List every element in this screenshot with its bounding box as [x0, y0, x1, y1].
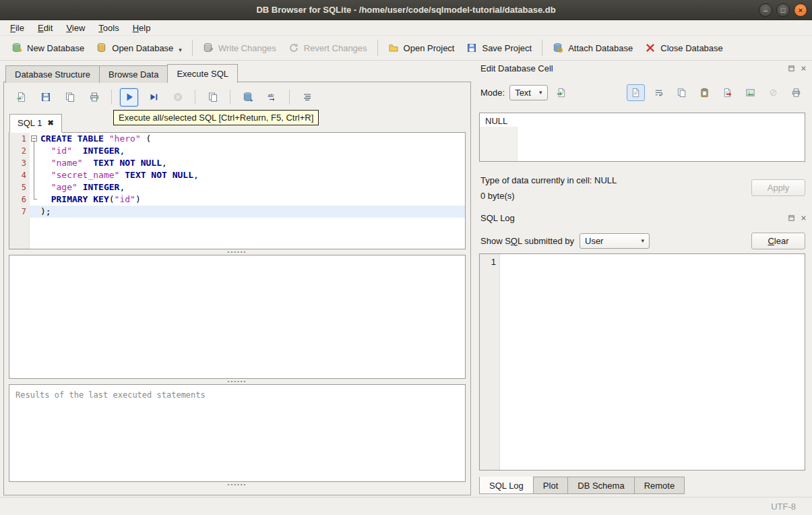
code-line[interactable]: "name" TEXT NOT NULL, [39, 157, 465, 169]
new-database-button[interactable]: New Database [5, 39, 90, 57]
revert-changes-button: Revert Changes [282, 39, 373, 57]
execute-all-button[interactable] [120, 88, 138, 107]
toolbar-button-label: Save Project [482, 43, 532, 53]
code-line[interactable]: "id" INTEGER, [39, 145, 465, 157]
open-project-button[interactable]: Open Project [382, 39, 461, 57]
menu-help[interactable]: Help [126, 22, 158, 34]
sql-doc-tab-label: SQL 1 [18, 118, 42, 128]
revert-changes-icon [288, 42, 299, 53]
code-line[interactable]: ); [39, 206, 465, 218]
line-number: 4 [9, 169, 30, 181]
sql-log-view[interactable]: 1 [479, 253, 805, 471]
results-grid-pane [9, 255, 466, 379]
export-sql-button[interactable] [61, 88, 79, 107]
submitter-combobox[interactable]: User ▾ [580, 233, 650, 249]
sql-log-dock-icons [787, 214, 808, 222]
tab-database-structure[interactable]: Database Structure [5, 65, 100, 83]
dock-tab-db-schema[interactable]: DB Schema [567, 477, 634, 494]
write-changes-button: Write Changes [197, 39, 282, 57]
cell-type-info: Type of data currently in cell: NULL [480, 175, 617, 185]
svg-text:ab: ab [268, 92, 273, 98]
minimize-button[interactable]: – [759, 3, 772, 17]
toolbar-button-label: New Database [27, 43, 84, 53]
mode-label: Mode: [480, 88, 505, 98]
print-cell-button[interactable] [787, 84, 805, 101]
tab-execute-sql[interactable]: Execute SQL [167, 64, 238, 83]
copy-cell-icon [677, 88, 687, 98]
mode-combobox[interactable]: Text ▾ [509, 85, 547, 100]
close-database-icon [645, 42, 656, 53]
export-cell-button[interactable] [718, 84, 737, 101]
splitter-handle[interactable]: •••••• [4, 482, 470, 487]
menu-view[interactable]: View [59, 22, 92, 34]
results-placeholder: Results of the last executed statements [15, 390, 206, 400]
word-wrap-icon [654, 88, 664, 98]
save-results-button[interactable] [239, 88, 257, 107]
menu-tools[interactable]: Tools [92, 22, 125, 34]
dock-close-icon[interactable] [799, 64, 808, 73]
line-number: 2 [9, 145, 30, 157]
code-line[interactable]: PRIMARY KEY("id") [39, 193, 465, 206]
editor-line: 6 PRIMARY KEY("id") [9, 193, 465, 206]
save-sql-file-icon [40, 92, 51, 102]
sql-doc-tab[interactable]: SQL 1 ✖ [9, 114, 62, 133]
close-tab-icon[interactable]: ✖ [47, 119, 53, 127]
copy-cell-button[interactable] [673, 84, 691, 101]
dock-tab-plot[interactable]: Plot [533, 477, 568, 494]
close-database-button[interactable]: Close Database [639, 39, 729, 57]
splitter-handle[interactable]: •••••• [4, 249, 470, 255]
editor-line: 3 "name" TEXT NOT NULL, [9, 157, 465, 169]
sql-toolbar: ab [4, 82, 470, 109]
text-view-button[interactable] [627, 84, 645, 101]
set-null-button [764, 84, 782, 101]
window-title: DB Browser for SQLite - /home/user/code/… [0, 5, 812, 15]
code-line[interactable]: "secret_name" TEXT NOT NULL, [39, 169, 465, 181]
export-sql-icon [65, 92, 75, 102]
fold-margin [30, 206, 39, 218]
menu-edit[interactable]: Edit [31, 22, 59, 34]
toolbar-button-label: Open Database [112, 43, 173, 53]
execute-sql-panel: ab SQL 1 ✖ 1−CREATE TABLE "hero" (2 "id"… [3, 82, 471, 495]
find-replace-button[interactable]: ab [263, 88, 281, 107]
cell-value-editor[interactable]: NULL [479, 113, 805, 162]
fold-marker-icon[interactable]: − [31, 135, 37, 142]
filter-label: Show SQL submitted by [480, 236, 574, 246]
tab-browse-data[interactable]: Browse Data [99, 65, 168, 83]
save-project-button[interactable]: Save Project [460, 39, 538, 57]
cell-editor-toolbar: Mode: Text ▾ [480, 83, 805, 102]
open-database-button[interactable]: Open Database▾ [90, 39, 188, 57]
edit-cell-title: Edit Database Cell [480, 63, 553, 73]
float-icon[interactable] [787, 64, 796, 73]
image-view-button[interactable] [741, 84, 759, 101]
toolbar-button-label: Write Changes [218, 43, 276, 53]
sql-editor[interactable]: 1−CREATE TABLE "hero" (2 "id" INTEGER,3 … [9, 132, 466, 249]
copy-results-icon [208, 92, 218, 102]
line-number: 6 [9, 193, 30, 206]
execute-line-button[interactable] [144, 88, 162, 107]
clear-button[interactable]: Clear [751, 233, 805, 249]
maximize-button[interactable]: □ [776, 3, 790, 17]
open-sql-file-button[interactable] [12, 88, 30, 107]
menu-file[interactable]: File [3, 22, 31, 34]
close-button[interactable]: × [794, 3, 807, 17]
dock-close-icon[interactable] [799, 214, 808, 222]
save-sql-file-button[interactable] [36, 88, 55, 107]
titlebar[interactable]: DB Browser for SQLite - /home/user/code/… [0, 0, 812, 20]
copy-results-button[interactable] [204, 88, 222, 107]
code-line[interactable]: "age" INTEGER, [39, 181, 465, 193]
image-view-icon [745, 88, 755, 98]
float-icon[interactable] [787, 214, 796, 222]
word-wrap-button[interactable] [650, 84, 668, 101]
dock-tab-sql-log[interactable]: SQL Log [479, 477, 534, 494]
dropdown-caret-icon[interactable]: ▾ [179, 47, 182, 53]
paste-cell-button[interactable] [695, 84, 714, 101]
format-sql-button[interactable] [298, 88, 316, 107]
code-line[interactable]: CREATE TABLE "hero" ( [39, 133, 465, 145]
toolbar-separator [111, 90, 112, 104]
new-database-icon [11, 42, 22, 53]
import-cell-button[interactable] [553, 84, 571, 101]
splitter-handle[interactable]: •••••• [4, 379, 470, 384]
attach-database-button[interactable]: Attach Database [546, 39, 639, 57]
dock-tab-remote[interactable]: Remote [634, 477, 685, 494]
print-button[interactable] [85, 88, 103, 107]
